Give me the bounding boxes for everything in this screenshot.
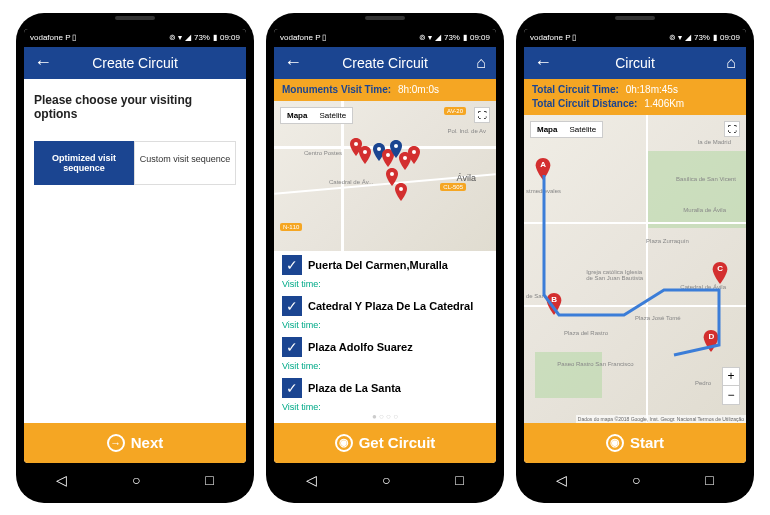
visit-time-value: 8h:0m:0s [398,84,439,95]
android-nav: ◁ ○ □ [24,465,246,495]
next-button[interactable]: → Next [24,423,246,463]
battery-icon: ▮ [463,33,467,42]
road-label: CL-505 [440,183,466,191]
android-nav: ◁ ○ □ [524,465,746,495]
checkbox-checked-icon[interactable]: ✓ [282,337,302,357]
checkbox-checked-icon[interactable]: ✓ [282,255,302,275]
map-tab-map[interactable]: Mapa [531,122,563,137]
place-label: Catedral de Áv... [329,179,373,185]
tab-row: Optimized visit sequence Custom visit se… [34,141,236,185]
prompt-text: Please choose your visiting options [24,79,246,135]
nav-recent[interactable]: □ [455,472,463,488]
app-header: ← Create Circuit [24,47,246,79]
carrier: vodafone P [30,33,70,42]
home-icon[interactable]: ⌂ [476,54,486,72]
tab-optimized[interactable]: Optimized visit sequence [34,141,134,185]
nav-home[interactable]: ○ [632,472,640,488]
item-label: Catedral Y Plaza De La Catedral [308,300,473,312]
map-tab-satellite[interactable]: Satélite [563,122,602,137]
fullscreen-button[interactable]: ⛶ [724,121,740,137]
app-header: ← Create Circuit ⌂ [274,47,496,79]
map[interactable]: AV-20 N-110 CL-505 Ávila Catedral de Áv.… [274,101,496,251]
svg-point-3 [394,144,398,148]
road-label: N-110 [280,223,302,231]
info-bar: Monuments Visit Time: 8h:0m:0s [274,79,496,101]
nav-home[interactable]: ○ [382,472,390,488]
place-label: Centro Postes [304,150,342,156]
action-label: Start [630,434,664,451]
map-pin[interactable] [394,183,408,201]
nav-back[interactable]: ◁ [306,472,317,488]
road-label: AV-20 [444,107,466,115]
start-button[interactable]: ◉ Start [524,423,746,463]
map-tab-satellite[interactable]: Satélite [313,108,352,123]
battery-icon: ▮ [713,33,717,42]
fullscreen-button[interactable]: ⛶ [474,107,490,123]
get-circuit-button[interactable]: ◉ Get Circuit [274,423,496,463]
map-pin[interactable] [349,138,363,156]
place-label: Pol. Ind. de Av [447,128,486,134]
action-label: Next [131,434,164,451]
wifi-icon: ⊚ ▾ [669,33,682,42]
screen: vodafone P ▯ ⊚ ▾ ◢ 73% ▮ 09:09 ← Create … [274,29,496,463]
page-dots: ● ○ ○ ○ [274,410,496,423]
sim-icon: ▯ [72,33,76,42]
back-button[interactable]: ← [534,52,552,73]
nav-back[interactable]: ◁ [556,472,567,488]
zoom-controls: + − [722,367,740,405]
home-icon[interactable]: ⌂ [726,54,736,72]
signal-icon: ◢ [185,33,191,42]
map-pin[interactable] [407,146,421,164]
nav-recent[interactable]: □ [205,472,213,488]
zoom-out-button[interactable]: − [723,386,739,404]
compass-icon: ◉ [335,434,353,452]
header-title: Circuit [615,55,655,71]
list-item[interactable]: ✓ Catedral Y Plaza De La Catedral [274,292,496,320]
battery-percent: 73% [194,33,210,42]
signal-icon: ◢ [435,33,441,42]
clock: 09:09 [720,33,740,42]
wifi-icon: ⊚ ▾ [169,33,182,42]
back-button[interactable]: ← [34,52,52,73]
nav-home[interactable]: ○ [132,472,140,488]
content: Please choose your visiting options Opti… [24,79,246,463]
content: Monuments Visit Time: 8h:0m:0s AV-20 N-1… [274,79,496,463]
map-tab-map[interactable]: Mapa [281,108,313,123]
time-value: 0h:18m:45s [626,84,678,95]
content: Total Circuit Time: 0h:18m:45s Total Cir… [524,79,746,463]
list-item[interactable]: ✓ Plaza de La Santa [274,374,496,402]
phone-2: vodafone P ▯ ⊚ ▾ ◢ 73% ▮ 09:09 ← Create … [266,13,504,503]
visit-time-label: Visit time: [274,402,496,410]
carrier: vodafone P [280,33,320,42]
clock: 09:09 [470,33,490,42]
carrier: vodafone P [530,33,570,42]
svg-point-8 [354,142,358,146]
visit-time-label: Visit time: [274,320,496,333]
status-bar: vodafone P ▯ ⊚ ▾ ◢ 73% ▮ 09:09 [24,29,246,47]
battery-icon: ▮ [213,33,217,42]
header-title: Create Circuit [342,55,428,71]
map-type-control: Mapa Satélite [530,121,603,138]
nav-recent[interactable]: □ [705,472,713,488]
compass-icon: ◉ [606,434,624,452]
visit-time-label: Visit time: [274,279,496,292]
back-button[interactable]: ← [284,52,302,73]
checkbox-checked-icon[interactable]: ✓ [282,378,302,398]
header-title: Create Circuit [92,55,178,71]
sim-icon: ▯ [322,33,326,42]
checkbox-checked-icon[interactable]: ✓ [282,296,302,316]
item-label: Puerta Del Carmen,Muralla [308,259,448,271]
item-label: Plaza Adolfo Suarez [308,341,413,353]
visit-time-label: Visit time: [274,361,496,374]
list-item[interactable]: ✓ Plaza Adolfo Suarez [274,333,496,361]
map[interactable]: la de Madrid Basílica de San Vicent Mura… [524,115,746,423]
tab-custom[interactable]: Custom visit sequence [134,141,236,185]
svg-point-0 [363,150,367,154]
battery-percent: 73% [444,33,460,42]
dist-label: Total Circuit Distance: [532,98,637,109]
nav-back[interactable]: ◁ [56,472,67,488]
list-item[interactable]: ✓ Puerta Del Carmen,Muralla [274,251,496,279]
zoom-in-button[interactable]: + [723,368,739,386]
item-label: Plaza de La Santa [308,382,401,394]
wifi-icon: ⊚ ▾ [419,33,432,42]
